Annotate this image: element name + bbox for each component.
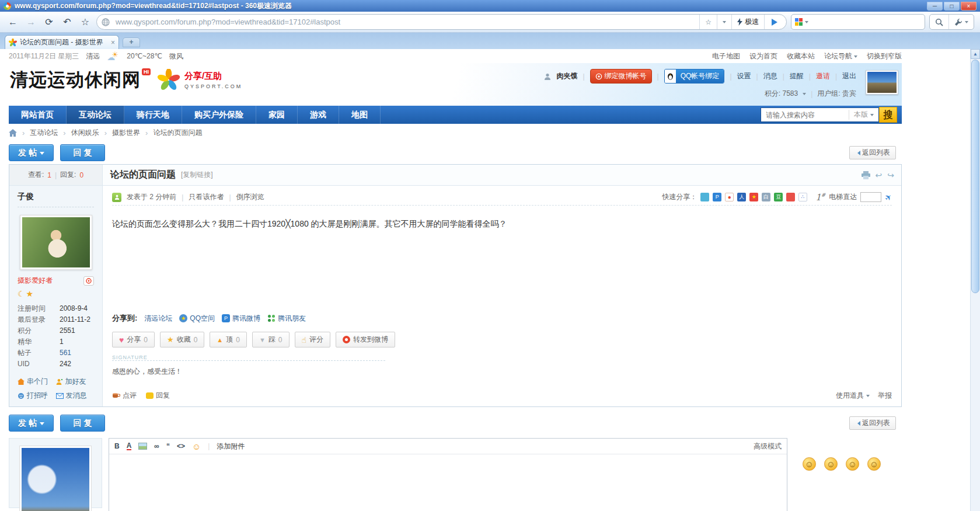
link-logout[interactable]: 退出	[842, 71, 856, 81]
next-thread-icon[interactable]: ↪	[887, 171, 894, 180]
new-tab-button[interactable]: +	[123, 37, 140, 47]
report-link[interactable]: 举报	[878, 391, 892, 401]
refresh-button[interactable]: ⟳	[42, 15, 56, 29]
minimize-button[interactable]: ─	[927, 2, 943, 11]
jump-icon[interactable]: ✈	[883, 192, 894, 203]
search-button[interactable]: 搜	[879, 107, 897, 123]
link-forum-nav[interactable]: 论坛导航	[824, 51, 857, 61]
send-message-link[interactable]: 发消息	[56, 391, 95, 401]
share-baishehui-icon[interactable]: 白	[762, 193, 770, 201]
link-bookmark-site[interactable]: 收藏本站	[787, 51, 815, 61]
nav-forum[interactable]: 互动论坛	[67, 106, 124, 124]
link-settings[interactable]: 设置	[737, 71, 751, 81]
smiley-icon[interactable]: ☺	[824, 457, 838, 471]
bold-icon[interactable]: B	[114, 442, 120, 450]
back-to-list-button[interactable]: 返回列表	[849, 146, 896, 159]
user-avatar-thumbnail[interactable]	[866, 70, 898, 95]
credits-text[interactable]: 积分: 7583	[765, 89, 798, 99]
copy-link[interactable]: [复制链接]	[181, 170, 213, 180]
only-author-link[interactable]: 只看该作者	[189, 192, 224, 202]
author-name[interactable]: 子俊	[18, 192, 94, 207]
share-tencent-weibo-icon[interactable]: P	[713, 193, 721, 201]
author-weibo-icon[interactable]	[83, 276, 94, 286]
smiley-icon[interactable]: ☺	[846, 457, 859, 471]
smilies-icon[interactable]: ☺	[192, 442, 201, 451]
tools-menu-button[interactable]	[948, 15, 974, 29]
tab-close-icon[interactable]: ×	[111, 39, 115, 47]
link-map[interactable]: 电子地图	[712, 51, 740, 61]
reverse-order-link[interactable]: 倒序浏览	[236, 192, 264, 202]
use-magic-link[interactable]: 使用道具	[836, 391, 870, 401]
nav-map[interactable]: 地图	[339, 106, 381, 124]
back-button[interactable]: ←	[6, 15, 20, 29]
reply-textarea[interactable]	[109, 454, 787, 501]
print-icon[interactable]	[862, 171, 870, 179]
new-post-button-bottom[interactable]: 发 帖	[9, 415, 54, 432]
active-tab[interactable]: 论坛的页面问题 - 摄影世界 ×	[5, 35, 119, 49]
link-set-homepage[interactable]: 设为首页	[749, 51, 777, 61]
home-icon[interactable]	[9, 129, 17, 137]
reply-button-bottom[interactable]: 回 复	[60, 415, 105, 432]
add-attachment-link[interactable]: 添加附件	[217, 442, 245, 451]
font-color-icon[interactable]: A	[127, 443, 132, 450]
google-search-box[interactable]	[791, 14, 925, 30]
address-bar[interactable]: www.qysport.com/forum.php?mod=viewthread…	[96, 14, 787, 30]
code-icon[interactable]: <>	[177, 442, 185, 450]
site-logo[interactable]: 清远运动休闲网 HI 分享/互助 QYSPORT.COM	[10, 68, 242, 92]
restore-button[interactable]: □	[944, 2, 960, 11]
page-scrollbar[interactable]: ▲	[970, 49, 980, 511]
link-notices[interactable]: 提醒	[790, 71, 804, 81]
comment-link[interactable]: 点评	[112, 391, 137, 401]
share-qq-bookmark-icon[interactable]	[700, 193, 709, 201]
bind-qq-button[interactable]: QQ帐号绑定	[664, 69, 725, 84]
share-sina-weibo-icon[interactable]: ●	[725, 193, 734, 201]
link-invite[interactable]: 邀请	[816, 71, 830, 81]
quote-icon[interactable]: “	[166, 442, 170, 450]
share-qzone-link[interactable]: ★QQ空间	[179, 314, 215, 324]
usergroup-text[interactable]: 用户组: 贵宾	[817, 89, 856, 99]
share-mop-icon[interactable]	[786, 193, 795, 201]
share-count-button[interactable]: ♥分享0	[112, 332, 155, 347]
share-kaixin-icon[interactable]: ★	[749, 193, 758, 201]
speed-mode-button[interactable]: 极速	[731, 15, 764, 29]
link-narrow-mode[interactable]: 切换到窄版	[867, 51, 902, 61]
search-scope-dropdown[interactable]: 本版	[849, 110, 878, 120]
link-icon[interactable]: ∞	[154, 442, 159, 450]
nav-insurance[interactable]: 购买户外保险	[182, 106, 256, 124]
author-avatar[interactable]	[20, 215, 92, 270]
search-input[interactable]	[761, 109, 849, 121]
close-button[interactable]: ×	[961, 2, 976, 11]
bind-weibo-button[interactable]: 绑定微博帐号	[590, 69, 652, 84]
share-renren-icon[interactable]: 人	[737, 193, 746, 201]
nav-home[interactable]: 网站首页	[9, 106, 67, 124]
favorites-button[interactable]: ☆	[78, 15, 92, 29]
scroll-up-arrow[interactable]: ▲	[971, 49, 980, 59]
upvote-button[interactable]: ▲顶0	[210, 332, 247, 347]
crumb-forum[interactable]: 互动论坛	[30, 128, 58, 138]
nav-space[interactable]: 家园	[256, 106, 298, 124]
link-messages[interactable]: 消息	[763, 71, 777, 81]
scrollbar-thumb[interactable]	[971, 60, 979, 293]
share-baidu-icon[interactable]: ∴	[798, 193, 807, 201]
say-hi-link[interactable]: 打招呼	[18, 391, 56, 401]
share-tfriend-link[interactable]: 腾讯朋友	[267, 314, 306, 324]
prev-thread-icon[interactable]: ↩	[876, 171, 883, 180]
reply-button[interactable]: 回 复	[60, 144, 105, 161]
share-qyforum-link[interactable]: 清远论坛	[144, 314, 172, 324]
visit-space-link[interactable]: 串个门	[18, 377, 56, 387]
smiley-icon[interactable]: ☺	[867, 457, 881, 471]
forward-weibo-button[interactable]: 转发到微博	[336, 332, 395, 347]
reply-editor[interactable]: B A ∞ “ <> ☺ | 添加附件 高级模式	[109, 438, 787, 511]
elevator-input[interactable]	[860, 192, 881, 202]
reply-link[interactable]: 回复	[146, 391, 170, 401]
favorite-button[interactable]: ★收藏0	[160, 332, 204, 347]
nav-cycling[interactable]: 骑行天地	[124, 106, 182, 124]
back-to-list-button-bottom[interactable]: 返回列表	[849, 416, 896, 430]
advanced-mode-link[interactable]: 高级模式	[754, 442, 782, 451]
address-dropdown[interactable]	[717, 15, 731, 29]
undo-close-button[interactable]: ↶	[60, 15, 74, 29]
add-friend-link[interactable]: 加好友	[56, 377, 95, 387]
smiley-icon[interactable]: ☺	[803, 457, 816, 471]
crumb-leisure[interactable]: 休闲娱乐	[71, 128, 99, 138]
url-text[interactable]: www.qysport.com/forum.php?mod=viewthread…	[112, 18, 699, 26]
